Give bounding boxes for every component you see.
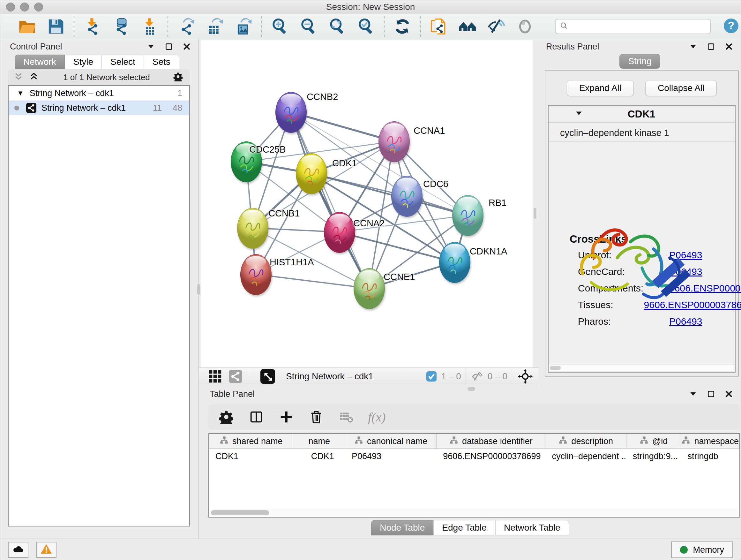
add-column-icon[interactable] (278, 409, 294, 425)
table-cell[interactable]: cyclin–dependent ... (545, 451, 626, 461)
results-menu-icon[interactable] (688, 42, 698, 51)
import-database-icon[interactable] (111, 17, 131, 36)
warnings-button[interactable] (36, 542, 57, 558)
table-cell[interactable]: stringdb (681, 451, 739, 461)
expand-all-icon[interactable] (29, 72, 40, 83)
node-label-CCNB1: CCNB1 (268, 208, 300, 219)
search-input[interactable] (571, 20, 711, 33)
table-options-gear-icon[interactable] (218, 409, 234, 425)
right-splitter-handle[interactable] (534, 208, 536, 219)
export-image-icon[interactable] (234, 17, 253, 36)
network-node-CCNE1[interactable] (354, 268, 385, 309)
table-cell[interactable]: CDK1 (209, 451, 293, 461)
hidden-elements-icon[interactable] (471, 370, 483, 382)
delete-column-icon[interactable] (308, 409, 325, 425)
network-node-CCNB1[interactable] (237, 208, 268, 249)
results-hscrollbar[interactable] (549, 365, 734, 371)
view-grid-icon[interactable] (208, 370, 222, 383)
results-close-icon[interactable] (724, 42, 734, 51)
network-node-CCNA2[interactable] (324, 212, 355, 253)
table-hscrollbar[interactable] (210, 509, 739, 516)
table-float-icon[interactable] (706, 389, 716, 399)
network-node-CDKN1A[interactable] (439, 242, 470, 283)
tab-style[interactable]: Style (65, 55, 102, 69)
help-button[interactable]: ? (722, 17, 741, 36)
node-label-CCNE1: CCNE1 (384, 272, 415, 282)
export-network-icon[interactable] (177, 17, 196, 36)
tab-edge-table[interactable]: Edge Table (433, 520, 495, 536)
network-node-HIST1H1A[interactable] (240, 254, 272, 295)
show-columns-icon[interactable] (248, 409, 265, 425)
zoom-fit-icon[interactable] (328, 17, 347, 36)
open-icon[interactable] (17, 17, 37, 36)
network-node-CDC6[interactable] (391, 176, 422, 217)
network-options-gear-icon[interactable] (173, 72, 184, 83)
table-cell[interactable]: CDK1 (293, 451, 345, 461)
network-label: String Network – cdk1 (42, 103, 126, 113)
left-splitter-handle[interactable] (197, 284, 200, 295)
import-network-icon[interactable] (83, 17, 102, 36)
gene-collapse-icon[interactable] (575, 109, 583, 119)
column-header-@id[interactable]: @id (626, 434, 681, 449)
collection-expand-icon[interactable]: ▼ (17, 89, 24, 98)
zoom-in-icon[interactable] (270, 17, 289, 36)
network-current-dot-icon (14, 106, 19, 111)
network-collection-row[interactable]: ▼ String Network – cdk1 1 (9, 86, 189, 101)
refresh-icon[interactable] (393, 17, 412, 36)
results-float-icon[interactable] (706, 42, 716, 51)
titlebar: Session: New Session (0, 0, 741, 14)
column-header-shared-name[interactable]: shared name (209, 434, 293, 449)
tab-sets[interactable]: Sets (144, 55, 179, 69)
zoom-selected-icon[interactable] (356, 17, 376, 36)
tab-network[interactable]: Network (15, 55, 65, 69)
zoom-out-icon[interactable] (299, 17, 318, 36)
tab-network-table[interactable]: Network Table (495, 520, 569, 536)
hide-icon[interactable] (487, 17, 506, 36)
column-header-description[interactable]: description (545, 434, 626, 449)
collapse-all-icon[interactable] (14, 72, 24, 83)
view-string-icon[interactable] (229, 370, 242, 383)
network-node-RB1[interactable] (452, 195, 483, 236)
expand-all-button[interactable]: Expand All (567, 80, 634, 96)
results-panel-title: Results Panel (546, 42, 599, 52)
cloud-button[interactable] (8, 542, 28, 558)
column-header-name[interactable]: name (293, 434, 345, 449)
table-close-icon[interactable] (724, 389, 734, 399)
search-box (555, 19, 711, 34)
fit-selected-icon[interactable] (518, 369, 533, 384)
shared-column-icon (354, 436, 363, 447)
bottom-splitter-handle[interactable] (468, 387, 475, 391)
table-cell[interactable]: P06493 (345, 451, 436, 461)
memory-button[interactable]: Memory (671, 542, 733, 558)
selected-nodes-checkbox-icon[interactable] (426, 371, 436, 381)
tab-select[interactable]: Select (102, 55, 144, 69)
panel-close-icon[interactable] (182, 42, 192, 51)
network-node-CCNB2[interactable] (275, 92, 307, 133)
column-header-namespace[interactable]: namespace (681, 434, 739, 449)
birds-eye-view-icon[interactable] (260, 369, 275, 384)
network-node-CCNA1[interactable] (379, 121, 410, 162)
collapse-all-button[interactable]: Collapse All (645, 80, 717, 96)
share-session-icon[interactable] (429, 17, 448, 36)
save-icon[interactable] (46, 17, 65, 36)
table-menu-icon[interactable] (688, 389, 698, 399)
panel-menu-icon[interactable] (146, 42, 156, 51)
panel-float-icon[interactable] (164, 42, 174, 51)
show-icon[interactable] (515, 17, 535, 36)
tab-node-table[interactable]: Node Table (371, 520, 433, 536)
home-icon[interactable] (458, 17, 477, 36)
column-header-database-identifier[interactable]: database identifier (436, 434, 545, 449)
import-table-icon[interactable] (140, 17, 159, 36)
column-header-canonical-name[interactable]: canonical name (345, 434, 436, 449)
network-view-canvas[interactable]: CCNB2CCNA1CDC25BCDK1CDC6RB1CCNB1CCNA2CDK… (201, 40, 533, 368)
table-cell[interactable]: 9606.ENSP00000378699 (436, 451, 545, 461)
network-row[interactable]: String Network – cdk1 11 48 (9, 101, 189, 115)
export-table-icon[interactable] (205, 17, 224, 36)
network-tree: ▼ String Network – cdk1 1 String Network… (8, 85, 190, 526)
crosslink-link[interactable]: P06493 (669, 316, 702, 327)
network-node-CDK1[interactable] (296, 153, 327, 194)
tab-string[interactable]: String (619, 54, 660, 69)
table-cell[interactable]: stringdb:9... (626, 451, 681, 461)
collection-count: 1 (178, 88, 182, 98)
table-row[interactable]: CDK1CDK1P064939606.ENSP00000378699cyclin… (209, 449, 739, 463)
